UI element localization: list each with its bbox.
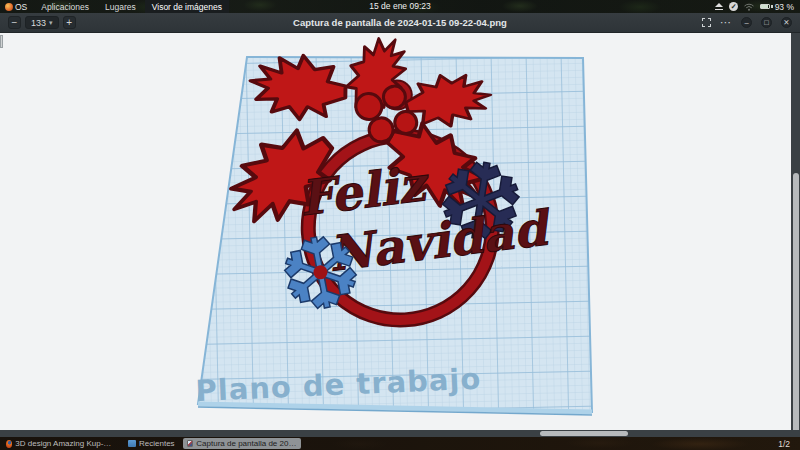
distro-logo-icon: [5, 3, 13, 11]
zoom-level-value: 133: [31, 18, 46, 28]
taskbar: 3D design Amazing Kup-Bruticus |... Reci…: [0, 437, 800, 450]
taskbar-item-label: 3D design Amazing Kup-Bruticus |...: [15, 439, 116, 448]
battery-indicator[interactable]: 93 %: [760, 2, 794, 12]
viewed-image-canvas[interactable]: ❆ Feliz Navidad ❆ Plano de trabajo: [0, 33, 800, 437]
image-viewer-icon: [187, 440, 194, 447]
zoom-in-button[interactable]: +: [63, 16, 76, 29]
close-button[interactable]: ✕: [781, 17, 792, 28]
top-panel: OS Aplicaciones Lugares Visor de imágene…: [0, 0, 800, 13]
horizontal-scrollbar-thumb[interactable]: [540, 431, 628, 436]
taskbar-item-files[interactable]: Recientes: [124, 438, 179, 449]
taskbar-item-label: Recientes: [139, 439, 175, 448]
battery-icon: [760, 4, 770, 9]
distro-menu[interactable]: OS: [0, 0, 32, 13]
workspace-pager[interactable]: 1/2: [778, 439, 800, 449]
minimize-button[interactable]: –: [741, 17, 752, 28]
image-edge-artifact: [0, 35, 3, 48]
menu-current-app[interactable]: Visor de imágenes: [145, 0, 229, 13]
eject-icon[interactable]: [715, 3, 723, 11]
desktop-screen: OS Aplicaciones Lugares Visor de imágene…: [0, 0, 800, 450]
updates-check-icon[interactable]: ✓: [729, 2, 738, 11]
vertical-scrollbar-thumb[interactable]: [793, 173, 799, 450]
taskbar-item-label: Captura de pantalla de 2024-01-1...: [196, 439, 296, 448]
folder-icon: [128, 440, 136, 447]
horizontal-scrollbar[interactable]: [0, 430, 800, 437]
taskbar-item-browser[interactable]: 3D design Amazing Kup-Bruticus |...: [2, 438, 120, 449]
wifi-icon[interactable]: [744, 3, 754, 11]
menu-applications[interactable]: Aplicaciones: [34, 0, 96, 13]
maximize-button[interactable]: □: [761, 17, 772, 28]
chevron-down-icon: ▾: [49, 19, 53, 27]
window-title: Captura de pantalla de 2024-01-15 09-22-…: [0, 17, 800, 28]
image-viewer-headerbar: − 133 ▾ + Captura de pantalla de 2024-01…: [0, 13, 800, 33]
tinkercad-scene: ❆ Feliz Navidad ❆ Plano de trabajo: [0, 33, 800, 437]
menu-dots-icon[interactable]: ⋯: [720, 18, 732, 27]
firefox-icon: [6, 440, 12, 448]
vertical-scrollbar[interactable]: [791, 33, 800, 437]
battery-percent: 93 %: [775, 2, 794, 12]
fullscreen-icon[interactable]: [702, 18, 711, 27]
taskbar-item-image-viewer[interactable]: Captura de pantalla de 2024-01-1...: [183, 438, 301, 449]
zoom-level-dropdown[interactable]: 133 ▾: [25, 16, 59, 29]
menu-places[interactable]: Lugares: [98, 0, 143, 13]
distro-logo-label: OS: [15, 2, 27, 12]
zoom-out-button[interactable]: −: [8, 16, 21, 29]
